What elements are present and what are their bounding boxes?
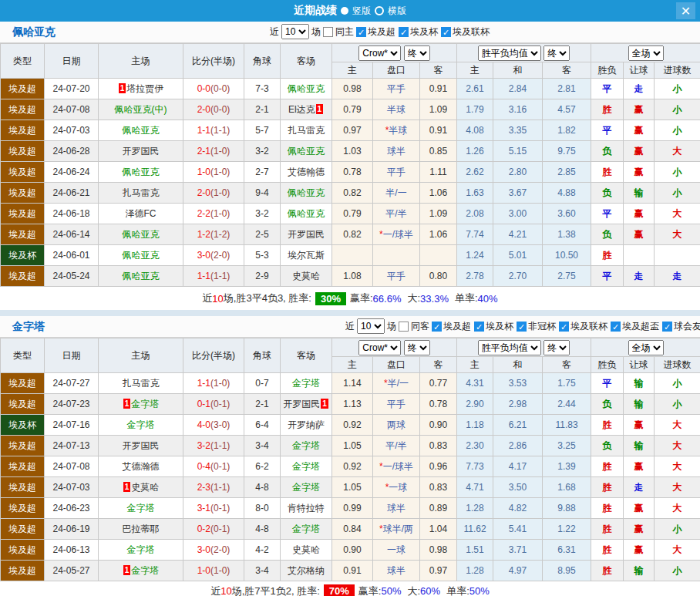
away-team-cell: 佩哈亚克 — [281, 183, 332, 204]
away-team-cell: 金字塔 — [281, 456, 332, 477]
score-cell: 0-2(0-1) — [183, 519, 244, 540]
radio-vertical-layout[interactable] — [341, 7, 348, 15]
league-checkbox[interactable]: ✓ — [399, 27, 409, 37]
odds-home-cell: 0.97 — [332, 120, 373, 141]
avg-select-0[interactable]: 胜平负均值 — [478, 45, 541, 61]
avg-home-cell: 2.90 — [457, 394, 493, 415]
league-cell: 埃及超 — [1, 519, 45, 540]
avg-home-cell: 1.51 — [457, 540, 493, 561]
odds-time-select-0[interactable]: 终 — [404, 45, 430, 61]
handicap-cell: 一球 — [373, 540, 420, 561]
sub-col-home-odds: 主 — [332, 62, 373, 79]
date-cell: 24-06-21 — [45, 183, 99, 204]
odds-home-cell: 0.79 — [332, 99, 373, 120]
odds-home-cell: 0.92 — [332, 456, 373, 477]
handicap-cell: *一/球半 — [373, 456, 420, 477]
avg-time-select-0[interactable]: 终 — [544, 45, 570, 61]
avg-draw-cell: 4.17 — [493, 456, 543, 477]
home-team-cell: 扎马雷克 — [99, 183, 183, 204]
avg-time-select-1[interactable]: 终 — [544, 340, 570, 355]
summary-1: 近10场,胜7平1负2, 胜率: 70% 赢率:50% 大:60% 单率:50% — [0, 581, 700, 596]
score-cell: 1-1(1-0) — [183, 373, 244, 394]
league-checkbox[interactable]: ✓ — [432, 322, 442, 332]
league-cell: 埃及超 — [1, 436, 45, 456]
bookmaker-select-0[interactable]: Crow* — [358, 45, 401, 61]
home-team-cell: 佩哈亚克 — [99, 245, 183, 266]
handicap-result-cell: 赢 — [624, 540, 655, 561]
match-row: 埃及超24-06-13金字塔3-0(2-0)4-2史莫哈0.90一球0.981.… — [1, 540, 700, 561]
league-checkbox[interactable]: ✓ — [517, 322, 527, 332]
handicap-cell: *球半/两 — [373, 519, 420, 540]
goals-result-cell: 大 — [655, 477, 700, 498]
league-checkbox[interactable]: ✓ — [356, 27, 366, 37]
avg-away-cell: 6.31 — [543, 540, 591, 561]
league-cell: 埃及超 — [1, 266, 45, 287]
away-team-cell: 金字塔 — [281, 477, 332, 498]
col-home: 主场 — [99, 44, 183, 79]
odds-home-cell: 1.05 — [332, 477, 373, 498]
avg-away-cell: 4.88 — [543, 183, 591, 204]
avg-select-1[interactable]: 胜平负均值 — [478, 340, 541, 355]
avg-home-cell: 2.78 — [457, 266, 493, 287]
handicap-result-cell: 赢 — [624, 120, 655, 141]
bookmaker-select-1[interactable]: Crow* — [358, 340, 401, 355]
odds-home-cell: 0.79 — [332, 204, 373, 224]
handicap-result-cell: 输 — [624, 183, 655, 204]
league-checkbox[interactable]: ✓ — [611, 322, 621, 332]
radio-horizontal-layout[interactable] — [375, 6, 384, 15]
result-cell: 胜 — [591, 99, 624, 120]
full-group-header-1: 全场 — [591, 338, 700, 357]
handicap-result-cell — [624, 245, 655, 266]
handicap-cell: 球半 — [373, 561, 420, 581]
goals-result-cell — [655, 245, 700, 266]
odds-away-cell: 0.78 — [420, 394, 457, 415]
league-checkbox[interactable]: ✓ — [662, 322, 672, 332]
corner-cell: 0-7 — [244, 373, 281, 394]
home-team-cell: 佩哈亚克 — [99, 224, 183, 245]
league-label: 非冠杯 — [528, 320, 556, 333]
date-cell: 24-06-19 — [45, 519, 99, 540]
same-venue-checkbox-1[interactable] — [399, 322, 409, 332]
score-cell: 1-0(1-0) — [183, 561, 244, 581]
date-cell: 24-07-16 — [45, 415, 99, 436]
red-badge: 1 — [119, 83, 126, 93]
red-badge: 1 — [123, 482, 131, 492]
games-label: 场 — [387, 320, 396, 333]
avg-home-cell: 1.18 — [457, 415, 493, 436]
odds-time-select-1[interactable]: 终 — [404, 340, 430, 355]
avg-draw-cell: 5.41 — [493, 519, 543, 540]
avg-home-cell: 1.24 — [457, 245, 493, 266]
away-team-cell: 开罗纳萨 — [281, 415, 332, 436]
filter-controls-0: 近 10 场 同主 ✓埃及超✓埃及杯✓埃及联杯 — [270, 24, 491, 39]
match-count-select-1[interactable]: 10 — [357, 318, 385, 334]
summary-pre: 近 — [202, 291, 212, 305]
fulltime-select-1[interactable]: 全场 — [628, 340, 664, 355]
close-icon[interactable]: ✕ — [676, 2, 695, 19]
odds-away-cell: 0.89 — [420, 498, 457, 519]
win-rate-badge-1: 70% — [324, 584, 355, 596]
result-cell: 胜 — [591, 540, 624, 561]
corner-cell: 7-3 — [244, 79, 281, 99]
handicap-cell: 球半 — [373, 141, 420, 162]
league-cell: 埃及超 — [1, 373, 45, 394]
win-odds-value: 50% — [381, 585, 401, 596]
result-cell: 胜 — [591, 456, 624, 477]
avg-away-cell: 3.60 — [543, 204, 591, 224]
match-count-select-0[interactable]: 10 — [281, 24, 309, 39]
league-checkbox[interactable]: ✓ — [441, 27, 451, 37]
league-checkbox[interactable]: ✓ — [474, 322, 484, 332]
odds-away-cell: 1.09 — [420, 204, 457, 224]
same-venue-checkbox-0[interactable] — [323, 27, 333, 37]
handicap-result-cell: 输 — [624, 561, 655, 581]
fulltime-select-0[interactable]: 全场 — [628, 45, 664, 61]
league-checkbox[interactable]: ✓ — [559, 322, 569, 332]
odds-home-cell: 1.03 — [332, 141, 373, 162]
odds-away-cell: 1.06 — [420, 224, 457, 245]
sub-col-handicap-result: 让球 — [624, 62, 655, 79]
avg-draw-cell: 2.70 — [493, 266, 543, 287]
single-value: 40% — [478, 293, 498, 305]
score-cell: 3-1(0-1) — [183, 498, 244, 519]
corner-cell: 6-4 — [244, 415, 281, 436]
near-label: 近 — [270, 25, 279, 39]
col-type: 类型 — [1, 338, 45, 373]
